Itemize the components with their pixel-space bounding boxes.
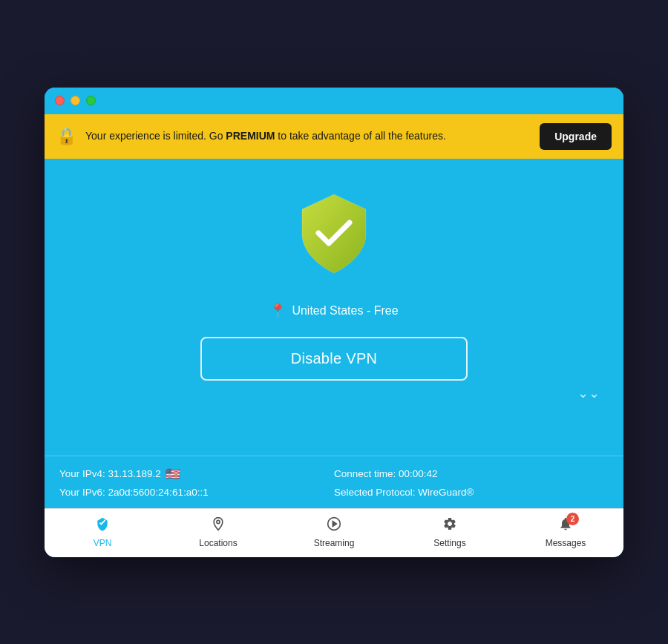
svg-point-1 — [217, 520, 220, 523]
shield-container — [293, 188, 375, 280]
protocol-info: Selected Protocol: WireGuard® — [334, 487, 609, 498]
messages-icon-wrapper: 2 — [558, 516, 573, 535]
maximize-button[interactable] — [86, 96, 96, 105]
nav-item-vpn[interactable]: VPN — [45, 509, 160, 557]
us-flag-icon: 🇺🇸 — [166, 467, 180, 481]
settings-nav-label: Settings — [433, 538, 465, 548]
messages-nav-label: Messages — [546, 538, 586, 548]
minimize-button[interactable] — [71, 96, 80, 105]
connect-time-info: Connect time: 00:00:42 — [334, 467, 609, 481]
streaming-nav-label: Streaming — [314, 538, 355, 548]
banner-text-end: to take advantage of all the features. — [275, 130, 445, 142]
upgrade-button[interactable]: Upgrade — [540, 123, 612, 150]
title-bar — [45, 88, 623, 114]
location-pin-icon: 📍 — [269, 303, 286, 319]
ipv4-info: Your IPv4: 31.13.189.2 🇺🇸 — [59, 467, 334, 481]
disable-vpn-button[interactable]: Disable VPN — [200, 337, 468, 381]
messages-badge: 2 — [566, 513, 579, 525]
ipv6-text: Your IPv6: 2a0d:5600:24:61:a0::1 — [59, 487, 209, 498]
ipv4-text: Your IPv4: 31.13.189.2 — [59, 468, 161, 479]
location-text: United States - Free — [292, 304, 398, 318]
nav-item-streaming[interactable]: Streaming — [276, 509, 392, 557]
vpn-icon — [95, 516, 110, 535]
main-content: 📍 United States - Free Disable VPN ⌄⌄ — [45, 159, 623, 456]
svg-marker-3 — [333, 521, 336, 526]
nav-item-locations[interactable]: Locations — [160, 509, 276, 557]
location-row: 📍 United States - Free — [269, 303, 398, 319]
streaming-icon — [327, 516, 341, 535]
banner-text-bold: PREMIUM — [226, 130, 275, 142]
shield-icon — [293, 188, 375, 277]
banner-text-normal: Your experience is limited. Go — [85, 130, 226, 142]
protocol-text: Selected Protocol: WireGuard® — [334, 487, 474, 498]
banner-text: Your experience is limited. Go PREMIUM t… — [85, 129, 531, 144]
connect-time-text: Connect time: 00:00:42 — [334, 468, 438, 479]
close-button[interactable] — [55, 96, 65, 105]
ipv6-info: Your IPv6: 2a0d:5600:24:61:a0::1 — [59, 487, 334, 498]
info-bar: Your IPv4: 31.13.189.2 🇺🇸 Connect time: … — [45, 456, 623, 508]
scroll-hint: ⌄⌄ — [59, 388, 609, 398]
nav-item-settings[interactable]: Settings — [392, 509, 508, 557]
app-window: 🔒 Your experience is limited. Go PREMIUM… — [45, 88, 623, 557]
settings-icon — [442, 516, 457, 535]
locations-icon — [211, 516, 226, 535]
bottom-nav: VPN Locations Streaming — [45, 508, 623, 557]
chevrons-down-icon: ⌄⌄ — [577, 388, 600, 398]
premium-banner: 🔒 Your experience is limited. Go PREMIUM… — [45, 114, 623, 159]
lock-icon: 🔒 — [56, 127, 76, 146]
vpn-nav-label: VPN — [94, 538, 112, 548]
locations-nav-label: Locations — [199, 538, 237, 548]
nav-item-messages[interactable]: 2 Messages — [508, 509, 623, 557]
